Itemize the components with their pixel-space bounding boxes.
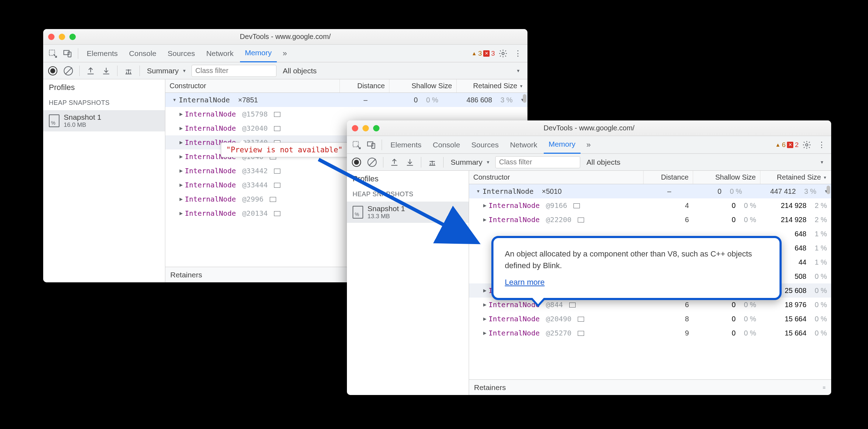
col-distance[interactable]: Distance [644, 171, 693, 184]
more-tabs-icon[interactable]: » [278, 47, 292, 60]
minimize-icon[interactable] [59, 34, 65, 40]
svg-point-3 [502, 52, 504, 55]
element-icon [274, 126, 280, 131]
profiles-heading: Profiles [43, 79, 165, 96]
expand-icon[interactable] [483, 288, 486, 293]
element-icon [274, 112, 280, 117]
upload-icon[interactable] [84, 64, 97, 78]
expand-icon[interactable] [179, 112, 183, 117]
col-shallow[interactable]: Shallow Size [693, 171, 760, 184]
object-row[interactable]: InternalNode @9166 4 00 % 214 9282 % [469, 198, 831, 213]
titlebar[interactable]: DevTools - www.google.com/ [43, 29, 527, 45]
svg-rect-1 [64, 50, 69, 55]
inspect-icon[interactable] [350, 138, 363, 152]
learn-more-link[interactable]: Learn more [505, 276, 545, 288]
col-constructor[interactable]: Constructor [165, 79, 340, 92]
titlebar[interactable]: DevTools - www.google.com/ [347, 120, 831, 136]
grid-header: Constructor Distance Shallow Size Retain… [165, 79, 527, 93]
panel-tabbar: Elements Console Sources Network Memory … [43, 45, 527, 62]
tab-sources[interactable]: Sources [467, 136, 504, 154]
tab-elements[interactable]: Elements [386, 136, 427, 154]
tab-memory[interactable]: Memory [240, 45, 277, 62]
divider [382, 140, 382, 150]
close-icon[interactable] [352, 125, 358, 131]
expand-icon[interactable] [179, 211, 183, 216]
expand-icon[interactable] [179, 140, 183, 145]
expand-icon[interactable] [172, 97, 177, 102]
clear-button[interactable] [62, 64, 75, 78]
more-tabs-icon[interactable]: » [582, 138, 595, 152]
svg-rect-5 [367, 142, 373, 146]
constructor-row[interactable]: InternalNode ×5010 – 00 % 447 4123 % [469, 184, 831, 198]
col-shallow[interactable]: Shallow Size [389, 79, 457, 92]
snapshot-item[interactable]: Snapshot 1 16.0 MB [43, 110, 165, 131]
memory-toolbar: Summary All objects [43, 62, 527, 79]
object-row[interactable]: InternalNode @15798 [165, 107, 527, 121]
retainers-section[interactable]: Retainers ≡ [469, 379, 831, 395]
warning-badge: 3 [472, 50, 482, 57]
issue-badges[interactable]: 6 ✕2 [775, 141, 799, 149]
col-distance[interactable]: Distance [340, 79, 389, 92]
traffic-lights [48, 34, 76, 40]
snapshot-file-icon [49, 114, 59, 127]
settings-icon[interactable] [800, 138, 813, 152]
element-icon [274, 169, 280, 174]
description-popover: An object allocated by a component other… [491, 236, 782, 300]
divider [117, 66, 118, 76]
expand-handle-icon[interactable]: ≡ [823, 385, 826, 390]
expand-icon[interactable] [179, 154, 183, 159]
minimize-icon[interactable] [362, 125, 369, 131]
element-icon [274, 183, 280, 188]
object-row[interactable]: InternalNode @20490 8 00 % 15 6640 % [469, 312, 831, 326]
view-select[interactable]: Summary [144, 67, 189, 75]
expand-icon[interactable] [483, 316, 486, 321]
maximize-icon[interactable] [373, 125, 379, 131]
kebab-icon[interactable]: ⋮ [815, 138, 828, 152]
record-button[interactable] [46, 64, 59, 78]
tab-memory[interactable]: Memory [544, 136, 581, 154]
svg-line-8 [319, 159, 474, 241]
tab-elements[interactable]: Elements [82, 45, 123, 62]
expand-icon[interactable] [179, 197, 183, 202]
tab-console[interactable]: Console [428, 136, 465, 154]
tab-sources[interactable]: Sources [163, 45, 200, 62]
error-badge: ✕3 [483, 50, 495, 57]
class-filter-input[interactable] [495, 156, 580, 168]
device-icon[interactable] [61, 47, 74, 60]
maximize-icon[interactable] [69, 34, 76, 40]
constructor-row[interactable]: InternalNode ×7851 – 00 % 486 6083 % [165, 93, 527, 107]
inspect-icon[interactable] [46, 47, 59, 60]
settings-icon[interactable] [496, 47, 510, 60]
col-retained[interactable]: Retained Size [457, 79, 527, 92]
element-icon [578, 218, 584, 222]
expand-icon[interactable] [483, 331, 486, 335]
scrollbar-thumb[interactable] [827, 186, 830, 194]
gc-icon[interactable] [122, 64, 135, 78]
profiles-sidebar: Profiles HEAP SNAPSHOTS Snapshot 1 16.0 … [43, 79, 165, 282]
tab-network[interactable]: Network [201, 45, 239, 62]
expand-icon[interactable] [179, 168, 183, 173]
expand-icon[interactable] [483, 302, 486, 307]
tab-network[interactable]: Network [505, 136, 542, 154]
objects-select[interactable]: All objects [582, 158, 828, 166]
objects-select[interactable]: All objects [279, 67, 525, 75]
expand-icon[interactable] [179, 182, 183, 187]
window-title: DevTools - www.google.com/ [240, 33, 331, 41]
object-row[interactable]: InternalNode @22200 6 00 % 214 9282 % [469, 213, 831, 227]
svg-point-7 [806, 143, 808, 146]
heap-snapshots-label: HEAP SNAPSHOTS [43, 96, 165, 110]
scrollbar-thumb[interactable] [523, 94, 526, 103]
issue-badges[interactable]: 3 ✕3 [472, 50, 495, 57]
divider [139, 66, 140, 76]
window-title: DevTools - www.google.com/ [544, 124, 635, 132]
popover-text: An object allocated by a component other… [505, 248, 768, 271]
tab-console[interactable]: Console [124, 45, 161, 62]
device-icon[interactable] [365, 138, 378, 152]
class-filter-input[interactable] [192, 65, 276, 77]
object-row[interactable]: InternalNode @25270 9 00 % 15 6640 % [469, 326, 831, 340]
kebab-icon[interactable]: ⋮ [511, 47, 525, 60]
download-icon[interactable] [99, 64, 113, 78]
close-icon[interactable] [48, 34, 55, 40]
expand-icon[interactable] [179, 126, 183, 131]
col-retained[interactable]: Retained Size [760, 171, 831, 184]
